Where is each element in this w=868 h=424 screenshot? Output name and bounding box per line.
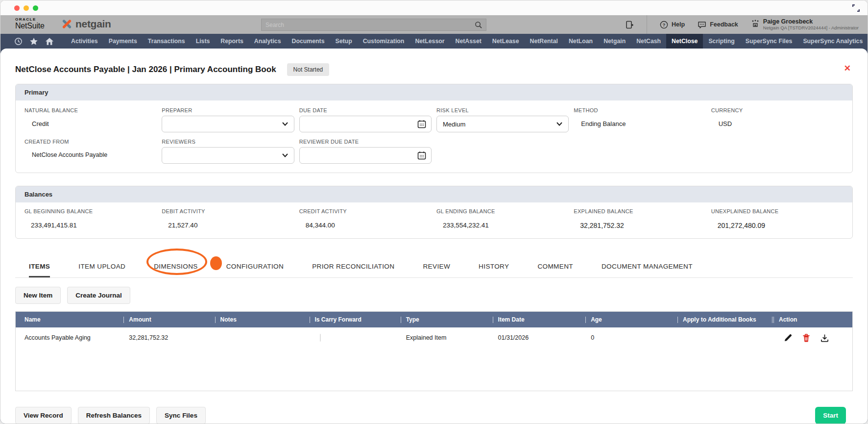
method-label: METHOD <box>574 107 706 113</box>
sync-files-button[interactable]: Sync Files <box>156 407 206 424</box>
fullscreen-icon[interactable] <box>852 4 860 12</box>
recent-records-icon[interactable] <box>14 37 23 46</box>
column-header-apply-to-additional-books[interactable]: Apply to Additional Books <box>677 312 772 327</box>
currency-value: USD <box>711 116 844 132</box>
netgain-wordmark: netgain <box>75 18 111 30</box>
svg-text:?: ? <box>663 22 666 27</box>
debit-activity-value: 21,527.40 <box>162 217 294 230</box>
nav-item-customization[interactable]: Customization <box>358 34 410 49</box>
field-due-date: DUE DATE <box>299 107 432 132</box>
user-account-role: Netgain QA [TSTDRV2024444] - Administrat… <box>763 25 859 31</box>
gl-ending-balance-label: GL ENDING BALANCE <box>436 208 569 214</box>
page-title: NetClose Accounts Payable | Jan 2026 | P… <box>15 65 276 75</box>
annotation-dot <box>210 256 222 270</box>
field-debit-activity: DEBIT ACTIVITY 21,527.40 <box>162 208 294 230</box>
tab-comment[interactable]: COMMENT <box>537 263 573 277</box>
tab-review[interactable]: REVIEW <box>423 263 450 277</box>
home-icon[interactable] <box>45 37 54 46</box>
field-risk-level: RISK LEVEL Medium <box>436 107 569 132</box>
nav-item-netasset[interactable]: NetAsset <box>450 34 487 49</box>
carry-forward-checkbox[interactable] <box>320 334 321 342</box>
close-record-icon[interactable]: ✕ <box>844 64 851 73</box>
nav-item-reports[interactable]: Reports <box>215 34 248 49</box>
zoom-window-button[interactable] <box>33 5 38 11</box>
start-button[interactable]: Start <box>815 407 846 424</box>
view-record-button[interactable]: View Record <box>15 407 72 424</box>
created-from-label: CREATED FROM <box>24 139 157 145</box>
search-input[interactable] <box>265 22 475 28</box>
nav-item-netclose[interactable]: NetClose <box>666 34 703 49</box>
unexplained-balance-value: 201,272,480.09 <box>711 217 844 230</box>
shortcuts-star-icon[interactable] <box>29 37 38 46</box>
nav-item-activities[interactable]: Activities <box>66 34 103 49</box>
delete-trash-icon[interactable] <box>802 334 810 342</box>
nav-item-supersync-files[interactable]: SuperSync Files <box>740 34 798 49</box>
cell-action <box>772 334 852 342</box>
record-page: NetClose Accounts Payable | Jan 2026 | P… <box>0 49 868 424</box>
nav-item-documents[interactable]: Documents <box>287 34 330 49</box>
new-item-button[interactable]: New Item <box>15 287 61 304</box>
nav-item-analytics[interactable]: Analytics <box>249 34 287 49</box>
column-header-action[interactable]: Action <box>772 312 852 327</box>
minimize-window-button[interactable] <box>24 5 29 11</box>
due-date-input[interactable] <box>299 116 432 132</box>
tab-item-upload[interactable]: ITEM UPLOAD <box>78 263 125 277</box>
preparer-select[interactable] <box>162 116 294 132</box>
column-header-age[interactable]: Age <box>585 312 677 327</box>
global-search[interactable] <box>261 19 486 31</box>
nav-item-payments[interactable]: Payments <box>103 34 143 49</box>
column-header-notes[interactable]: Notes <box>215 312 310 327</box>
nav-item-supersync-analytics[interactable]: SuperSync Analytics <box>797 34 868 49</box>
column-header-name[interactable]: Name <box>16 312 123 327</box>
nav-item-transactions[interactable]: Transactions <box>143 34 191 49</box>
tab-dimensions[interactable]: DIMENSIONS <box>154 263 198 277</box>
reviewer-due-date-input[interactable] <box>299 147 432 164</box>
column-header-item-date[interactable]: Item Date <box>493 312 586 327</box>
download-icon[interactable] <box>820 334 829 342</box>
preparer-label: PREPARER <box>162 107 294 113</box>
close-window-button[interactable] <box>14 5 20 11</box>
tab-history[interactable]: HISTORY <box>479 263 509 277</box>
risk-level-value: Medium <box>443 121 465 128</box>
netgain-mark-icon <box>61 18 72 30</box>
user-menu[interactable]: Paige Groesbeck Netgain QA [TSTDRV202444… <box>751 18 859 31</box>
header-divider <box>647 15 647 34</box>
column-header-amount[interactable]: Amount <box>123 312 215 327</box>
field-created-from: CREATED FROM NetClose Accounts Payable <box>24 139 157 164</box>
reviewers-select[interactable] <box>162 147 294 164</box>
nav-item-netlessor[interactable]: NetLessor <box>410 34 450 49</box>
nav-item-netgain[interactable]: Netgain <box>598 34 631 49</box>
items-table-header: Name Amount Notes Is Carry Forward Type … <box>16 312 852 327</box>
items-table: Name Amount Notes Is Carry Forward Type … <box>15 311 853 391</box>
risk-level-select[interactable]: Medium <box>436 116 569 132</box>
header-actions: ? Help Feedback Paige Groesbeck Netgain … <box>626 15 859 34</box>
netsuite-wordmark: NetSuite <box>15 22 45 30</box>
quick-add-button[interactable] <box>626 21 634 29</box>
status-badge: Not Started <box>287 63 330 76</box>
column-header-type[interactable]: Type <box>401 312 493 327</box>
tab-configuration[interactable]: CONFIGURATION <box>226 263 284 277</box>
nav-item-setup[interactable]: Setup <box>330 34 357 49</box>
tab-items[interactable]: ITEMS <box>29 263 50 277</box>
tab-document-management[interactable]: DOCUMENT MANAGEMENT <box>602 263 693 277</box>
nav-item-netloan[interactable]: NetLoan <box>563 34 598 49</box>
nav-item-netrental[interactable]: NetRental <box>525 34 563 49</box>
edit-pencil-icon[interactable] <box>784 334 792 342</box>
feedback-icon <box>698 21 706 29</box>
debit-activity-label: DEBIT ACTIVITY <box>162 208 294 214</box>
feedback-button[interactable]: Feedback <box>698 21 738 29</box>
nav-item-netcash[interactable]: NetCash <box>631 34 666 49</box>
quick-add-icon <box>626 21 634 29</box>
method-value: Ending Balance <box>574 116 706 132</box>
user-name: Paige Groesbeck <box>763 18 859 25</box>
create-journal-button[interactable]: Create Journal <box>67 287 130 304</box>
tab-prior-reconciliation[interactable]: PRIOR RECONCILIATION <box>312 263 394 277</box>
nav-item-scripting[interactable]: Scripting <box>703 34 740 49</box>
nav-item-netlease[interactable]: NetLease <box>487 34 525 49</box>
nav-item-lists[interactable]: Lists <box>191 34 216 49</box>
column-header-is-carry-forward[interactable]: Is Carry Forward <box>310 312 401 327</box>
credit-activity-label: CREDIT ACTIVITY <box>299 208 432 214</box>
refresh-balances-button[interactable]: Refresh Balances <box>78 407 150 424</box>
app-header: ORACLE NetSuite netgain ? Help Feedback <box>0 15 868 34</box>
help-button[interactable]: ? Help <box>660 21 685 29</box>
